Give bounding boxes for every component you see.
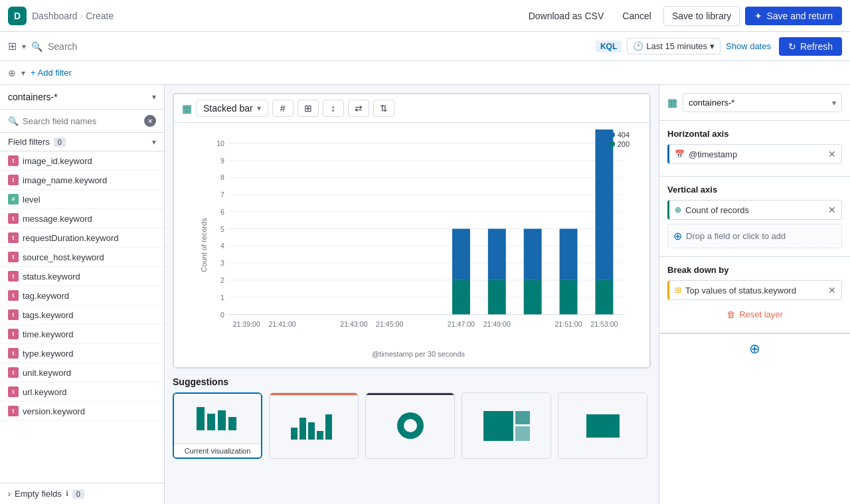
vertical-axis-field[interactable]: ⊕ Count of records ✕ [667, 200, 842, 220]
svg-rect-53 [515, 411, 530, 424]
panel-dropdown[interactable]: ▾ [22, 42, 26, 51]
suggestion-thumb [270, 393, 358, 458]
dark-line [366, 393, 454, 395]
empty-fields-count: 0 [72, 489, 84, 499]
cancel-button[interactable]: Cancel [616, 7, 658, 25]
drop-plus-icon: ⊕ [673, 230, 682, 242]
field-item[interactable]: timage_id.keyword [0, 151, 164, 171]
main-layout: containers-* ▾ 🔍 ✕ Field filters 0 ▾ tim… [0, 85, 850, 504]
chart-type-select[interactable]: Stacked bar ▾ [196, 100, 268, 117]
svg-rect-30 [560, 229, 578, 280]
field-type-icon: t [8, 175, 19, 185]
svg-rect-42 [207, 414, 215, 430]
legend-dot [610, 141, 615, 147]
chart-icon-right: ▦ [667, 96, 677, 109]
right-index-select[interactable]: containers-* ▾ [683, 93, 842, 112]
empty-fields-info: ℹ [66, 489, 68, 498]
chart-legend: 404200 [610, 131, 630, 149]
field-type-icon: t [8, 290, 19, 301]
panel-icon: ⊞ [8, 40, 17, 52]
field-item[interactable]: ttype.keyword [0, 344, 164, 363]
add-layer-icon: ⊕ [749, 341, 760, 357]
suggestions-section: Suggestions Current visualization [173, 377, 651, 459]
right-panel: ▦ containers-* ▾ Horizontal axis 📅 @time… [659, 85, 850, 504]
svg-rect-31 [595, 280, 613, 315]
svg-text:21:51:00: 21:51:00 [554, 321, 582, 328]
alt-button[interactable]: ⇅ [373, 100, 394, 117]
legend-item: 200 [610, 140, 630, 148]
horizontal-axis-field[interactable]: 📅 @timestamp ✕ [667, 144, 842, 164]
chart-area: Count of records 404200 01234567891021:3… [173, 122, 650, 368]
field-filters-chevron: ▾ [152, 137, 156, 147]
index-selector[interactable]: containers-* ▾ [0, 85, 164, 110]
field-name: requestDuration.keyword [23, 233, 119, 243]
field-item[interactable]: tunit.keyword [0, 363, 164, 382]
field-name: status.keyword [23, 272, 80, 282]
swap-button[interactable]: ⇄ [348, 100, 369, 117]
field-item[interactable]: ttime.keyword [0, 325, 164, 344]
remove-horizontal-button[interactable]: ✕ [828, 149, 836, 159]
svg-text:21:47:00: 21:47:00 [448, 321, 475, 328]
reset-layer-button[interactable]: 🗑 Reset layer [667, 304, 842, 325]
empty-fields[interactable]: › Empty fields ℹ 0 [0, 483, 164, 504]
svg-rect-44 [228, 417, 236, 430]
clear-search-button[interactable]: ✕ [144, 115, 156, 127]
save-to-library-button[interactable]: Save to library [663, 6, 740, 26]
suggestion-thumb [462, 393, 551, 458]
field-item[interactable]: turl.keyword [0, 382, 164, 402]
remove-vertical-button[interactable]: ✕ [828, 205, 836, 215]
suggestion-label: Current visualization [174, 444, 261, 458]
field-item[interactable]: tstatus.keyword [0, 267, 164, 286]
break-down-field[interactable]: ⊞ Top values of status.keyword ✕ [667, 280, 842, 300]
refresh-button[interactable]: ↻ Refresh [779, 37, 842, 56]
field-item[interactable]: tsource_host.keyword [0, 248, 164, 267]
settings-button[interactable]: ⊞ [298, 100, 319, 117]
field-type-icon: t [8, 155, 19, 166]
field-item[interactable]: timage_name.keyword [0, 171, 164, 190]
show-dates-button[interactable]: Show dates [726, 41, 771, 51]
search-fields-input[interactable] [23, 116, 140, 126]
add-filter-button[interactable]: + Add filter [31, 68, 72, 78]
chart-svg: 01234567891021:39:0021:41:0021:43:0021:4… [201, 129, 636, 349]
field-item[interactable]: trequestDuration.keyword [0, 228, 164, 248]
svg-rect-49 [325, 414, 332, 440]
breadcrumb-dashboard[interactable]: Dashboard [32, 11, 78, 21]
timestamp-icon: 📅 [675, 149, 685, 159]
top-nav: D Dashboard › Create Download as CSV Can… [0, 0, 850, 32]
x-axis-label: @timestamp per 30 seconds [201, 350, 636, 358]
top-values-icon: ⊞ [675, 286, 681, 295]
center-panel: ▦ Stacked bar ▾ # ⊞ ↕ ⇄ ⇅ Count of recor… [165, 85, 659, 504]
add-layer-button[interactable]: ⊕ [659, 333, 850, 363]
sort-asc-button[interactable]: ↕ [323, 100, 344, 117]
field-item[interactable]: #level [0, 190, 164, 209]
field-item[interactable]: tmessage.keyword [0, 209, 164, 228]
suggestion-card-2[interactable] [269, 392, 359, 459]
vertical-axis-section: Vertical axis ⊕ Count of records ✕ ⊕ Dro… [659, 177, 850, 257]
remove-breakdown-button[interactable]: ✕ [828, 285, 836, 295]
red-line [270, 393, 358, 395]
download-csv-button[interactable]: Download as CSV [522, 7, 611, 25]
suggestions-title: Suggestions [173, 377, 651, 387]
field-type-icon: t [8, 309, 19, 320]
search-bar: ⊞ ▾ 🔍 KQL 🕐 Last 15 minutes ▾ Show dates… [0, 32, 850, 61]
drop-field-area[interactable]: ⊕ Drop a field or click to add [667, 224, 842, 248]
hashtag-button[interactable]: # [272, 100, 294, 117]
field-item[interactable]: ttags.keyword [0, 305, 164, 325]
chart-type-icon: ▦ [182, 102, 192, 115]
save-and-return-button[interactable]: ✦ Save and return [745, 7, 842, 25]
field-item[interactable]: tversion.keyword [0, 402, 164, 421]
field-filters[interactable]: Field filters 0 ▾ [0, 133, 164, 151]
break-down-title: Break down by [667, 265, 842, 275]
svg-rect-52 [483, 411, 513, 441]
svg-rect-47 [308, 422, 315, 440]
suggestion-card-4[interactable] [462, 392, 551, 459]
kql-badge[interactable]: KQL [596, 41, 622, 52]
time-picker[interactable]: 🕐 Last 15 minutes ▾ [627, 38, 721, 54]
suggestion-card-3[interactable] [365, 392, 455, 459]
suggestion-card-5[interactable] [558, 392, 647, 459]
search-input[interactable] [48, 41, 590, 52]
svg-text:1: 1 [220, 294, 224, 301]
suggestion-card-current[interactable]: Current visualization [173, 392, 262, 459]
field-item[interactable]: ttag.keyword [0, 286, 164, 305]
svg-text:3: 3 [220, 260, 224, 267]
